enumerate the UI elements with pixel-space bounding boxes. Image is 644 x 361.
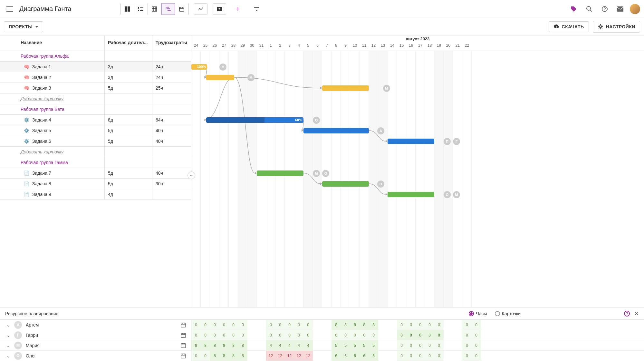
task-work[interactable]: 24ч xyxy=(152,62,191,72)
resource-name[interactable]: Гарри xyxy=(26,333,177,338)
task-duration[interactable]: 5д xyxy=(105,179,152,189)
menu-icon[interactable] xyxy=(4,4,15,14)
calendar-icon[interactable] xyxy=(181,322,186,327)
group-name[interactable]: Рабочая группа Альфа xyxy=(0,51,105,61)
assignee-badge[interactable]: А xyxy=(377,127,384,134)
resource-help-icon[interactable]: ? xyxy=(624,310,630,317)
assignee-badge[interactable]: М xyxy=(313,170,320,177)
task-name[interactable]: ⚙️Задача 6 xyxy=(0,136,105,146)
column-resize-handle[interactable]: ↔ xyxy=(187,171,195,179)
resource-avatar[interactable]: А xyxy=(14,321,22,329)
assignee-badge[interactable]: О xyxy=(322,170,329,177)
col-work-header[interactable]: Трудозатраты xyxy=(152,35,191,51)
view-chart-icon[interactable] xyxy=(194,3,207,15)
assignee-badge[interactable]: О xyxy=(377,180,384,188)
filter-icon[interactable] xyxy=(250,3,264,15)
gantt-bar[interactable] xyxy=(257,171,303,176)
resource-hour: 5 xyxy=(341,340,350,350)
task-duration[interactable]: 5д xyxy=(105,83,152,93)
chevron-down-icon[interactable]: ⌄ xyxy=(6,322,10,327)
group-name[interactable]: Рабочая группа Бета xyxy=(0,104,105,114)
assignee-badge[interactable]: О xyxy=(444,191,451,198)
gantt-bar[interactable] xyxy=(303,128,369,133)
resource-hour xyxy=(322,351,332,361)
chevron-down-icon[interactable]: ⌄ xyxy=(6,343,10,348)
resource-avatar[interactable]: О xyxy=(14,352,22,360)
tag-icon[interactable] xyxy=(568,3,580,15)
view-list-icon[interactable] xyxy=(134,3,148,15)
calendar-icon[interactable] xyxy=(181,343,186,348)
gantt-bar[interactable] xyxy=(388,192,434,197)
projects-dropdown[interactable]: ПРОЕКТЫ xyxy=(4,21,43,32)
task-name[interactable]: 🧠Задача 2 xyxy=(0,72,105,83)
task-name[interactable]: ⚙️Задача 5 xyxy=(0,125,105,136)
col-duration-header[interactable]: Рабочая длител... xyxy=(105,35,152,51)
assignee-badge[interactable]: О xyxy=(313,117,320,124)
assignee-badge[interactable]: М xyxy=(453,191,460,198)
view-archive-icon[interactable] xyxy=(213,3,226,15)
avatar[interactable] xyxy=(630,4,640,14)
task-name[interactable]: 📄Задача 9 xyxy=(0,189,105,200)
task-duration[interactable]: 5д xyxy=(105,136,152,146)
task-duration[interactable]: 3д xyxy=(105,72,152,83)
task-name[interactable]: 📄Задача 8 xyxy=(0,179,105,189)
task-work[interactable]: 30ч xyxy=(152,179,191,189)
download-button[interactable]: СКАЧАТЬ xyxy=(549,21,589,32)
task-name[interactable]: ⚙️Задача 4 xyxy=(0,115,105,125)
task-icon: 🧠 xyxy=(23,85,30,91)
radio-cards[interactable]: Карточки xyxy=(495,311,521,316)
task-work[interactable]: 64ч xyxy=(152,115,191,125)
task-name[interactable]: 🧠Задача 1 xyxy=(0,62,105,72)
view-gantt-icon[interactable] xyxy=(161,3,175,15)
add-button[interactable]: + xyxy=(231,3,245,15)
resource-name[interactable]: Артем xyxy=(26,322,177,327)
task-duration[interactable]: 3д xyxy=(105,62,152,72)
add-card-link[interactable]: Добавить карточку xyxy=(0,93,105,104)
radio-hours[interactable]: Часы xyxy=(469,311,487,316)
gantt-bar[interactable]: 60% xyxy=(206,117,303,123)
task-duration[interactable]: 8д xyxy=(105,115,152,125)
chevron-down-icon[interactable]: ⌄ xyxy=(6,333,10,338)
task-work[interactable]: 40ч xyxy=(152,136,191,146)
task-name[interactable]: 📄Задача 7 xyxy=(0,168,105,178)
task-duration[interactable]: 5д xyxy=(105,125,152,136)
resource-avatar[interactable]: М xyxy=(14,342,22,349)
add-card-link[interactable]: Добавить карточку xyxy=(0,147,105,157)
task-work[interactable]: 40ч xyxy=(152,168,191,178)
task-work[interactable]: 40ч xyxy=(152,125,191,136)
task-work[interactable]: 25ч xyxy=(152,83,191,93)
task-duration[interactable]: 4д xyxy=(105,189,152,200)
chevron-down-icon[interactable]: ⌄ xyxy=(6,353,10,358)
gantt-bar[interactable] xyxy=(206,75,234,80)
gantt-bar[interactable] xyxy=(388,139,434,144)
assignee-badge[interactable]: Г xyxy=(453,138,460,145)
task-name[interactable]: 🧠Задача 3 xyxy=(0,83,105,93)
calendar-icon[interactable] xyxy=(181,333,186,338)
task-icon: 🧠 xyxy=(23,63,30,70)
resource-avatar[interactable]: Г xyxy=(14,331,22,339)
resource-name[interactable]: Олег xyxy=(26,353,177,358)
task-work[interactable] xyxy=(152,189,191,200)
assignee-badge[interactable]: П xyxy=(444,138,451,145)
help-icon[interactable]: ? xyxy=(599,3,610,15)
gantt-bar[interactable] xyxy=(322,85,369,91)
resource-hour: 0 xyxy=(266,320,275,330)
gantt-bar[interactable]: 100% xyxy=(191,64,207,70)
search-icon[interactable] xyxy=(583,3,595,15)
assignee-badge[interactable]: М xyxy=(247,74,255,81)
task-work[interactable]: 24ч xyxy=(152,72,191,83)
col-name-header[interactable]: Название xyxy=(0,35,105,51)
task-duration[interactable]: 5д xyxy=(105,168,152,178)
view-grid-icon[interactable] xyxy=(121,3,134,15)
assignee-badge[interactable]: М xyxy=(219,63,226,71)
resource-name[interactable]: Мария xyxy=(26,343,177,348)
assignee-badge[interactable]: М xyxy=(383,85,390,92)
calendar-icon[interactable] xyxy=(181,353,186,358)
settings-button[interactable]: НАСТРОЙКИ xyxy=(593,21,640,33)
view-table-icon[interactable] xyxy=(148,3,161,15)
resource-close-icon[interactable]: ✕ xyxy=(634,310,639,317)
mail-icon[interactable] xyxy=(614,4,626,14)
view-calendar-icon[interactable] xyxy=(175,3,188,15)
group-name[interactable]: Рабочая группа Гамма xyxy=(0,157,105,168)
gantt-bar[interactable] xyxy=(322,181,369,187)
